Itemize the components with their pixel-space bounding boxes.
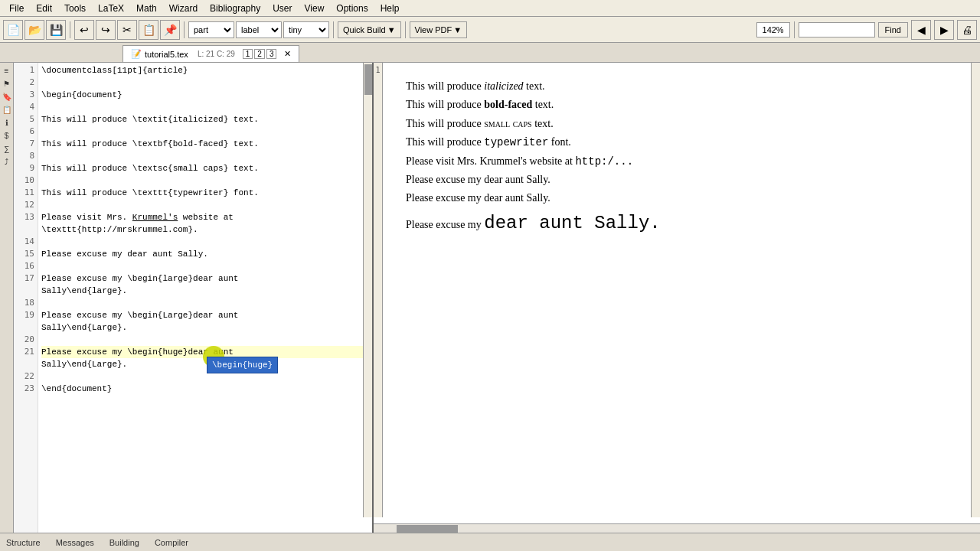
cut-btn[interactable]: ✂ [117,20,137,40]
sidebar-bookmark-icon[interactable]: 🔖 [1,90,13,103]
tab-bar: 📝 tutorial5.tex L: 21 C: 29 1 2 3 ✕ [0,43,980,63]
editor-vscrollbar[interactable] [363,63,372,517]
editor-line: \begin{document} [41,89,369,101]
find-toolbar: Find ◀ ▶ 🖨 [799,20,977,40]
line-numbers: 1234567891011121314151617181920212223 [14,63,38,533]
find-next-btn[interactable]: ▶ [934,20,954,40]
preview-line-2: This will produce bold-faced text. [406,96,948,113]
status-structure[interactable]: Structure [6,538,41,547]
editor-line [41,77,369,89]
editor-line [41,199,369,211]
quickbuild-btn[interactable]: Quick Build ▼ [338,21,401,38]
menu-view[interactable]: View [299,2,331,15]
sidebar-math-icon[interactable]: ∑ [1,142,13,155]
preview-line-5: Please visit Mrs. Krummel's website at h… [406,153,948,170]
redo-btn[interactable]: ↪ [96,20,116,40]
tab-icon: 📝 [131,49,142,59]
sep2 [184,21,185,38]
preview-scroll-left: 1 [374,63,383,517]
sidebar-arrow-icon[interactable]: ⤴ [1,155,13,168]
save-btn[interactable]: 💾 [46,20,66,40]
editor-line [41,297,369,309]
editor-line [41,334,369,346]
editor-line: Please visit Mrs. Krummel's website at [41,211,369,223]
status-messages[interactable]: Messages [56,538,94,547]
menu-bar: File Edit Tools LaTeX Math Wizard Biblio… [0,0,980,17]
find-input[interactable] [799,22,875,37]
editor-line [41,174,369,187]
menu-wizard[interactable]: Wizard [163,2,204,15]
menu-options[interactable]: Options [330,2,374,15]
viewpdf-arrow: ▼ [453,25,462,34]
menu-bibliography[interactable]: Bibliography [204,2,266,15]
editor-line: Please excuse my \begin{Large}dear aunt [41,309,369,321]
sep1 [70,21,70,38]
editor-line: This will produce \texttt{typewriter} fo… [41,187,369,199]
part-select[interactable]: part [188,21,234,38]
preview-content: This will produce italicized text. This … [383,63,971,517]
zoom-input[interactable] [756,22,790,37]
menu-math[interactable]: Math [130,2,163,15]
editor-container: 1234567891011121314151617181920212223 \d… [14,63,374,533]
viewpdf-label: View PDF [415,25,452,34]
quickbuild-label: Quick Build [343,25,386,34]
status-compiler[interactable]: Compiler [155,538,188,547]
editor-line [41,236,369,248]
editor-line: \texttt{http://mrskrummel.com}. [41,223,369,236]
sep4 [405,21,406,38]
tab-badges: 1 2 3 [243,49,277,59]
autocomplete-popup[interactable]: \begin{huge} [207,357,278,373]
preview-container: 1 This will produce italicized text. Thi… [374,63,980,533]
paste-btn[interactable]: 📌 [160,20,180,40]
editor-content[interactable]: \documentclass[11pt]{article}\begin{docu… [38,63,372,533]
editor-vscrollbar-thumb[interactable] [364,64,372,95]
status-bar: Structure Messages Building Compiler [0,533,980,551]
editor-line: Please excuse my \begin{large}dear aunt [41,272,369,285]
preview-line-7: Please excuse my dear aunt Sally. [406,190,948,207]
sidebar-info-icon[interactable]: ℹ [1,116,13,129]
menu-help[interactable]: Help [374,2,406,15]
editor-line: \documentclass[11pt]{article} [41,64,369,77]
menu-edit[interactable]: Edit [30,2,58,15]
editor-line [41,126,369,138]
tab-pos: L: 21 C: 29 [198,50,235,58]
editor-line [41,370,369,383]
find-button[interactable]: Find [878,22,908,37]
copy-btn[interactable]: 📋 [139,20,158,40]
preview-line-8: Please excuse my dear aunt Sally. [406,209,948,238]
viewpdf-btn[interactable]: View PDF ▼ [410,21,468,38]
editor-line: This will produce \textit{italicized} te… [41,113,369,126]
status-building[interactable]: Building [109,538,139,547]
sidebar-log-icon[interactable]: 📋 [1,103,13,116]
sidebar-find-icon[interactable]: ⚑ [1,77,13,90]
preview-line-3: This will produce small caps text. [406,116,948,132]
label-select[interactable]: label [236,21,282,38]
size-select[interactable]: tiny [283,21,329,38]
undo-btn[interactable]: ↩ [74,20,94,40]
menu-file[interactable]: File [3,2,30,15]
find-prev-btn[interactable]: ◀ [911,20,931,40]
preview-hscrollbar[interactable] [374,523,980,533]
print-btn[interactable]: 🖨 [957,20,977,40]
quickbuild-arrow: ▼ [387,25,396,34]
editor-line [41,101,369,113]
sidebar-structure-icon[interactable]: ≡ [1,64,13,77]
sidebar-ref-icon[interactable]: $ [1,129,13,142]
editor-line [41,150,369,162]
editor-line: This will produce \textsc{small caps} te… [41,162,369,174]
menu-latex[interactable]: LaTeX [92,2,130,15]
tab-close-btn[interactable]: ✕ [284,49,291,59]
menu-tools[interactable]: Tools [58,2,92,15]
open-btn[interactable]: 📂 [24,20,44,40]
preview-scroll-right [971,63,980,517]
preview-line-4: This will produce typewriter font. [406,134,948,151]
sidebar-left: ≡ ⚑ 🔖 📋 ℹ $ ∑ ⤴ [0,63,14,533]
editor-tab[interactable]: 📝 tutorial5.tex L: 21 C: 29 1 2 3 ✕ [122,45,299,62]
menu-user[interactable]: User [266,2,298,15]
preview-hscrollbar-thumb[interactable] [397,525,458,533]
toolbar: 📄 📂 💾 ↩ ↪ ✂ 📋 📌 part label tiny Quick Bu… [0,17,980,43]
editor-line [41,260,369,272]
editor-line: This will produce \textbf{bold-faced} te… [41,138,369,150]
preview-line-6: Please excuse my dear aunt Sally. [406,171,948,188]
editor-line: Please excuse my dear aunt Sally. [41,248,369,260]
